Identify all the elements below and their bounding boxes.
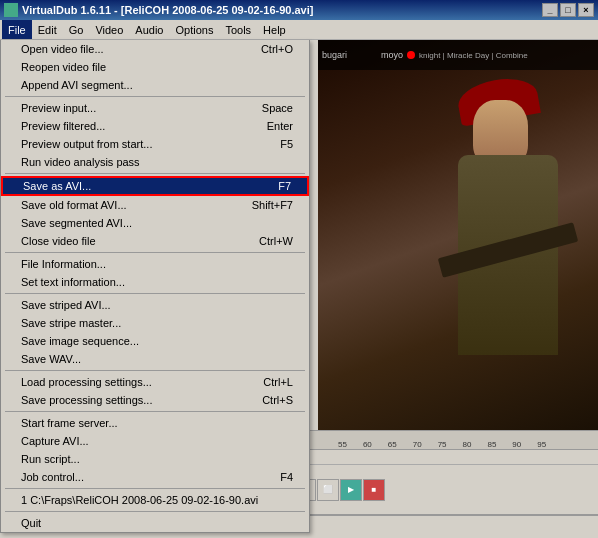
close-button[interactable]: × xyxy=(578,3,594,17)
menu-load-processing[interactable]: Load processing settings... Ctrl+L xyxy=(1,373,309,391)
menu-close-video[interactable]: Close video file Ctrl+W xyxy=(1,232,309,250)
menu-save-striped-avi[interactable]: Save striped AVI... xyxy=(1,296,309,314)
maximize-button[interactable]: □ xyxy=(560,3,576,17)
overlay-moyo: moyo xyxy=(381,50,403,60)
video-preview: bugari moyo knight | Miracle Day | Combi… xyxy=(318,40,598,430)
toolbar-btn-zoom-fit[interactable]: ⬜ xyxy=(317,479,339,501)
menu-preview-output[interactable]: Preview output from start... F5 xyxy=(1,135,309,153)
menu-save-old-avi[interactable]: Save old format AVI... Shift+F7 xyxy=(1,196,309,214)
ruler-60: 60 xyxy=(355,440,380,449)
video-overlay: bugari moyo knight | Miracle Day | Combi… xyxy=(318,40,598,70)
minimize-button[interactable]: _ xyxy=(542,3,558,17)
menu-run-script[interactable]: Run script... xyxy=(1,450,309,468)
menu-open-video[interactable]: Open video file... Ctrl+O xyxy=(1,40,309,58)
menu-go[interactable]: Go xyxy=(63,20,90,39)
menu-save-stripe-master[interactable]: Save stripe master... xyxy=(1,314,309,332)
menu-reopen-video[interactable]: Reopen video file xyxy=(1,58,309,76)
toolbar-btn-green[interactable]: ▶ xyxy=(340,479,362,501)
menu-set-text-info[interactable]: Set text information... xyxy=(1,273,309,291)
separator-2 xyxy=(5,173,305,174)
menu-file[interactable]: File xyxy=(2,20,32,39)
ruler-90: 90 xyxy=(504,440,529,449)
separator-3 xyxy=(5,252,305,253)
menu-capture-avi[interactable]: Capture AVI... xyxy=(1,432,309,450)
menu-bar: File Edit Go Video Audio Options Tools H… xyxy=(0,20,598,40)
menu-save-image-sequence[interactable]: Save image sequence... xyxy=(1,332,309,350)
ruler-75: 75 xyxy=(430,440,455,449)
menu-tools[interactable]: Tools xyxy=(219,20,257,39)
menu-file-info[interactable]: File Information... xyxy=(1,255,309,273)
toolbar-btn-red[interactable]: ■ xyxy=(363,479,385,501)
menu-options[interactable]: Options xyxy=(169,20,219,39)
menu-job-control[interactable]: Job control... F4 xyxy=(1,468,309,486)
separator-5 xyxy=(5,370,305,371)
ruler-55: 55 xyxy=(330,440,355,449)
menu-preview-filtered[interactable]: Preview filtered... Enter xyxy=(1,117,309,135)
menu-video[interactable]: Video xyxy=(89,20,129,39)
menu-append-avi[interactable]: Append AVI segment... xyxy=(1,76,309,94)
video-background xyxy=(318,40,598,430)
main-area: Open video file... Ctrl+O Reopen video f… xyxy=(0,40,598,430)
menu-save-segmented-avi[interactable]: Save segmented AVI... xyxy=(1,214,309,232)
title-text: VirtualDub 1.6.11 - [ReliCOH 2008-06-25 … xyxy=(22,4,542,16)
separator-8 xyxy=(5,511,305,512)
overlay-bugari: bugari xyxy=(322,50,347,60)
menu-audio[interactable]: Audio xyxy=(129,20,169,39)
menu-save-avi[interactable]: Save as AVI... F7 xyxy=(1,176,309,196)
app-icon xyxy=(4,3,18,17)
menu-help[interactable]: Help xyxy=(257,20,292,39)
title-bar-buttons: _ □ × xyxy=(542,3,594,17)
menu-recent-file[interactable]: 1 C:\Fraps\ReliCOH 2008-06-25 09-02-16-9… xyxy=(1,491,309,509)
separator-1 xyxy=(5,96,305,97)
separator-6 xyxy=(5,411,305,412)
menu-preview-input[interactable]: Preview input... Space xyxy=(1,99,309,117)
ruler-65: 65 xyxy=(380,440,405,449)
video-red-indicator xyxy=(407,51,415,59)
ruler-70: 70 xyxy=(405,440,430,449)
separator-4 xyxy=(5,293,305,294)
menu-edit[interactable]: Edit xyxy=(32,20,63,39)
ruler-95: 95 xyxy=(529,440,554,449)
menu-run-video-analysis[interactable]: Run video analysis pass xyxy=(1,153,309,171)
separator-7 xyxy=(5,488,305,489)
menu-quit[interactable]: Quit xyxy=(1,514,309,532)
title-bar: VirtualDub 1.6.11 - [ReliCOH 2008-06-25 … xyxy=(0,0,598,20)
ruler-85: 85 xyxy=(479,440,504,449)
ruler-80: 80 xyxy=(455,440,480,449)
file-dropdown-menu: Open video file... Ctrl+O Reopen video f… xyxy=(0,40,310,533)
menu-save-processing[interactable]: Save processing settings... Ctrl+S xyxy=(1,391,309,409)
menu-start-frame-server[interactable]: Start frame server... xyxy=(1,414,309,432)
overlay-labels: knight | Miracle Day | Combine xyxy=(419,51,528,60)
menu-save-wav[interactable]: Save WAV... xyxy=(1,350,309,368)
